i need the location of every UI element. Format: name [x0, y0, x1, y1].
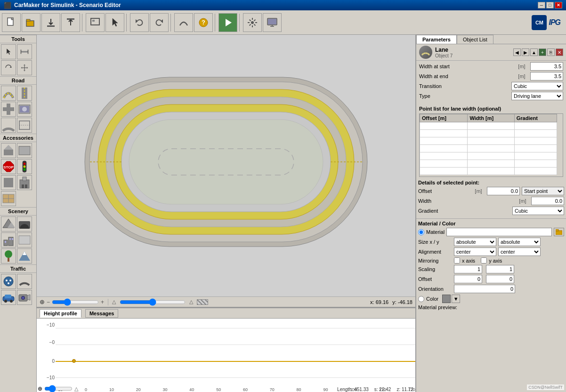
transition-select[interactable]: Cubic Linear Step: [511, 82, 563, 90]
sidebar-scenery-mountain[interactable]: [17, 248, 32, 264]
hp-zoom-slider[interactable]: [44, 387, 73, 391]
details-offset-input[interactable]: [487, 187, 520, 195]
sidebar-acc-6[interactable]: [17, 175, 32, 190]
sidebar-road-6[interactable]: [17, 118, 32, 133]
mat-offset-y-input[interactable]: [486, 275, 514, 283]
hp-x-70: 70: [270, 387, 275, 392]
mat-offset-label: Offset: [418, 276, 452, 282]
details-width-input[interactable]: [531, 197, 564, 205]
hp-x-60: 60: [243, 387, 248, 392]
material-folder-button[interactable]: [554, 228, 564, 236]
undo-button[interactable]: [130, 13, 149, 32]
sidebar-select-tool[interactable]: [1, 44, 16, 59]
width-end-input[interactable]: [530, 72, 563, 80]
details-gradient-label: Gradient: [418, 208, 497, 214]
obj-forward-button[interactable]: ▶: [522, 48, 529, 56]
size-x-select[interactable]: absolute relative: [454, 238, 496, 246]
type-select[interactable]: Driving lane Shoulder Bike lane Sidewalk…: [511, 92, 563, 100]
mat-offset-x-input[interactable]: [454, 275, 482, 283]
sidebar-acc-light[interactable]: [17, 159, 32, 174]
sidebar-acc-stop[interactable]: STOP: [1, 159, 16, 174]
sidebar-traffic-3[interactable]: [1, 290, 16, 305]
params-fields: Width at start [m] Width at end [m] Tran…: [416, 61, 566, 102]
sidebar-acc-1[interactable]: [1, 143, 16, 158]
obj-back-button[interactable]: ◀: [513, 48, 521, 56]
settings-button[interactable]: [243, 13, 262, 32]
scale-x-input[interactable]: [454, 265, 482, 273]
redo-button[interactable]: [150, 13, 169, 32]
svg-rect-39: [23, 177, 26, 181]
material-section: Material / Color Material Size x / y abs…: [416, 218, 566, 312]
height-profile-canvas[interactable]: −10 −0 0 −10 −10 0 10 20: [37, 319, 415, 392]
mirror-y-checkbox[interactable]: [481, 257, 487, 264]
details-gradient-select[interactable]: Cubic Linear: [512, 207, 564, 215]
canvas-area[interactable]: ⊕ − + △ △ x: 69.16 y: -46.18: [37, 35, 415, 307]
sidebar-traffic-4[interactable]: [17, 290, 32, 305]
sidebar-road-curve[interactable]: [1, 86, 16, 101]
material-input[interactable]: [446, 228, 552, 236]
sidebar-traffic-2[interactable]: [17, 274, 32, 289]
play-button[interactable]: [218, 13, 237, 32]
maximize-button[interactable]: □: [546, 2, 554, 8]
sidebar-acc-5[interactable]: [1, 175, 16, 190]
checkin-button[interactable]: [61, 13, 80, 32]
sidebar-road-photo[interactable]: [17, 102, 32, 117]
orientation-input[interactable]: [454, 285, 515, 293]
align-x-select[interactable]: center left right: [454, 248, 496, 256]
view-button[interactable]: [86, 13, 105, 32]
obj-up-button[interactable]: ▲: [530, 48, 538, 56]
sidebar-road-junction[interactable]: [1, 102, 16, 117]
width-start-input[interactable]: [530, 62, 563, 71]
sidebar-road-arc[interactable]: [1, 118, 16, 133]
color-dropdown-btn[interactable]: ▼: [452, 295, 460, 303]
size-y-select[interactable]: absolute relative: [498, 238, 541, 246]
checkout-button[interactable]: [41, 13, 60, 32]
minimize-button[interactable]: ─: [538, 2, 545, 8]
material-radio[interactable]: [418, 229, 424, 235]
tab-parameters[interactable]: Parameters: [416, 35, 457, 44]
details-title: Details of selected point:: [418, 180, 564, 185]
offset-type-select[interactable]: Start point End point: [522, 187, 564, 195]
tab-object-list[interactable]: Object List: [457, 35, 493, 44]
sidebar-tools-label: Tools: [0, 35, 36, 43]
sidebar-scenery-4[interactable]: [17, 232, 32, 248]
tab-height-profile[interactable]: Height profile: [40, 309, 81, 318]
new-button[interactable]: [2, 13, 21, 32]
curve-button[interactable]: [174, 13, 193, 32]
obj-delete-button[interactable]: ✕: [556, 48, 563, 56]
sidebar-traffic-1[interactable]: [1, 274, 16, 289]
alignment-label: Alignment: [418, 249, 452, 255]
close-button[interactable]: ✕: [555, 2, 562, 8]
sidebar-acc-7[interactable]: [1, 191, 16, 206]
main-layout: Tools Road: [0, 35, 566, 392]
mirror-x-checkbox[interactable]: [454, 257, 460, 264]
params-scroll[interactable]: Width at start [m] Width at end [m] Tran…: [416, 61, 566, 392]
hp-zoom-icon[interactable]: ⊕: [38, 385, 42, 392]
sidebar-scenery-1[interactable]: [1, 216, 16, 232]
sidebar-scenery-tunnel[interactable]: [17, 216, 32, 232]
sidebar-scenery-tree[interactable]: [1, 248, 16, 264]
scale-y-input[interactable]: [486, 265, 514, 273]
obj-copy-button[interactable]: ⎘: [547, 48, 555, 56]
align-y-select[interactable]: center top bottom: [498, 248, 541, 256]
color-radio[interactable]: [418, 296, 424, 302]
sidebar-measure-tool[interactable]: [17, 44, 32, 59]
zoom-slider[interactable]: [52, 300, 99, 304]
obj-add-button[interactable]: +: [539, 48, 546, 56]
sidebar-acc-2[interactable]: [17, 143, 32, 158]
zoom-fit-button[interactable]: ⊕: [40, 298, 45, 305]
point-row-5: [420, 152, 563, 160]
color-swatch[interactable]: [442, 295, 451, 303]
sidebar-scenery-building[interactable]: [1, 232, 16, 248]
tilt-slider[interactable]: [120, 300, 186, 304]
monitor-button[interactable]: [263, 13, 282, 32]
watermark: CSDN@NellSwifT: [527, 384, 564, 390]
sidebar-move-tool[interactable]: [17, 60, 32, 75]
tab-messages[interactable]: Messages: [85, 309, 119, 318]
help-button[interactable]: ?: [194, 13, 213, 32]
sidebar-rotate-tool[interactable]: [1, 60, 16, 75]
select-button[interactable]: [105, 13, 124, 32]
svg-rect-13: [268, 19, 276, 24]
open-button[interactable]: [22, 13, 40, 32]
sidebar-road-straight[interactable]: [17, 86, 32, 101]
